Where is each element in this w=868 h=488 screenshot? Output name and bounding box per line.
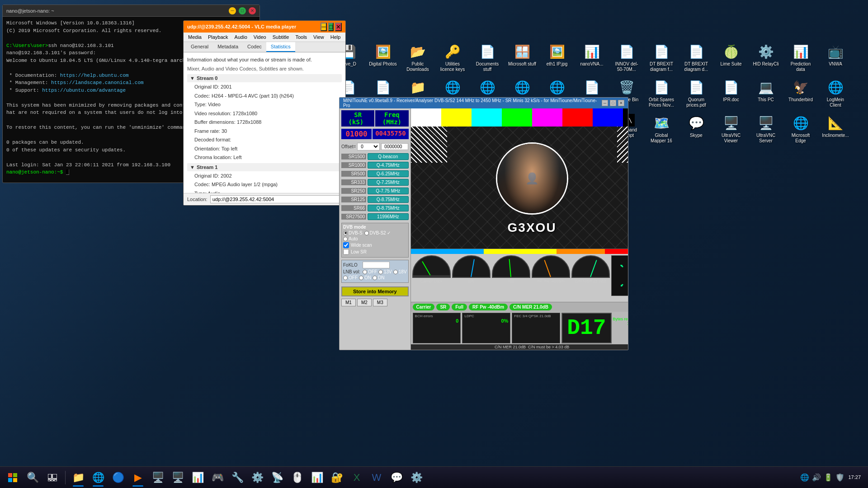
vlc-menu-view[interactable]: View bbox=[311, 33, 327, 41]
terminal-maximize-button[interactable]: □ bbox=[239, 7, 246, 14]
tone-off-radio[interactable]: OFF bbox=[343, 275, 358, 280]
vlc-menu-audio[interactable]: Audio bbox=[232, 33, 250, 41]
taskbar-excel-button[interactable]: X bbox=[348, 468, 366, 488]
vlc-location-input[interactable] bbox=[210, 195, 342, 203]
taskbar-app3-button[interactable]: 🔧 bbox=[228, 468, 246, 488]
tone-on-radio[interactable]: ON bbox=[359, 275, 371, 280]
taskbar-taskview-button[interactable] bbox=[43, 468, 61, 488]
vlc-tab-general[interactable]: General bbox=[186, 42, 213, 52]
taskbar-settings-button[interactable]: ⚙️ bbox=[407, 468, 425, 488]
desktop-icon-vnwa[interactable]: 📺 VNWA bbox=[819, 41, 852, 74]
sr-btn-q475[interactable]: Q-4.75MHz bbox=[368, 162, 409, 169]
m2-button[interactable]: M2 bbox=[357, 299, 372, 306]
taskbar-start-button[interactable] bbox=[4, 468, 22, 488]
taskbar-app5-button[interactable]: 📡 bbox=[268, 468, 286, 488]
tone-dn-radio[interactable]: DN bbox=[373, 275, 384, 280]
dvbs2-radio[interactable]: DVB-S2 ✓ bbox=[364, 230, 391, 235]
desktop-icon-documents[interactable]: 📄 Documents stuff bbox=[471, 41, 504, 74]
vlc-tab-codec[interactable]: Codec bbox=[243, 42, 266, 52]
desktop-icon-nanovna[interactable]: 📊 nanoVNA... bbox=[576, 41, 608, 74]
desktop-icon-skype[interactable]: 💬 Skype bbox=[680, 112, 712, 145]
sr-btn-q875[interactable]: Q-8.75MHz bbox=[368, 196, 409, 203]
sr-btn-q8752[interactable]: Q-8.75MHz bbox=[368, 205, 409, 211]
vlc-menu-media[interactable]: Media bbox=[185, 33, 204, 41]
terminal-minimize-button[interactable]: ─ bbox=[229, 7, 236, 14]
sr-btn-q625[interactable]: Q-6.25MHz bbox=[368, 170, 409, 177]
offset-select[interactable]: 0 bbox=[357, 143, 380, 150]
sr-btn-q775[interactable]: Q-7.75 MHz bbox=[368, 188, 409, 194]
taskbar-edge-button[interactable]: 🌐 bbox=[89, 468, 107, 488]
desktop-icon-utilities[interactable]: 🔑 Utilities licence keys bbox=[436, 41, 469, 74]
dvbs-radio[interactable]: DVB-S bbox=[343, 230, 363, 235]
taskbar-vnc-button[interactable]: 🖥️ bbox=[169, 468, 187, 488]
taskbar-putty-button[interactable]: 🖥️ bbox=[149, 468, 167, 488]
taskbar-chrome-button[interactable]: 🔵 bbox=[109, 468, 127, 488]
taskbar-app6-button[interactable]: 🖱️ bbox=[288, 468, 306, 488]
desktop-icon-prediction[interactable]: 📊 Prediction data bbox=[784, 41, 817, 74]
minitouner-maximize-button[interactable]: □ bbox=[610, 100, 616, 106]
desktop-icon-innov[interactable]: 📄 INNOV del-50-70M... bbox=[610, 41, 643, 74]
foklo-input[interactable] bbox=[363, 262, 390, 268]
vlc-maximize-button[interactable]: □ bbox=[328, 23, 334, 31]
auto-radio[interactable]: Auto bbox=[343, 236, 358, 241]
desktop-icon-public-downloads[interactable]: 📂 Public Downloads bbox=[401, 41, 434, 74]
low-sr-checkbox[interactable] bbox=[343, 249, 349, 255]
wide-scan-checkbox[interactable] bbox=[343, 242, 349, 248]
desktop-icon-global-mapper[interactable]: 🗺️ Global Mapper 16 bbox=[645, 112, 678, 145]
vlc-stream1-header[interactable]: ▼ Stream 1 bbox=[187, 163, 342, 171]
sr-btn-q725[interactable]: Q-7.25MHz bbox=[368, 179, 409, 186]
taskbar-app2-button[interactable]: 🎮 bbox=[208, 468, 226, 488]
taskbar-file-explorer-button[interactable]: 📁 bbox=[69, 468, 87, 488]
vlc-menu-tools[interactable]: Tools bbox=[292, 33, 310, 41]
terminal-close-button[interactable]: ✕ bbox=[249, 7, 256, 14]
desktop-icon-eth1[interactable]: 🖼️ eth1 IP.jpg bbox=[541, 41, 573, 74]
desktop-icon-digital-photos[interactable]: 🖼️ Digital Photos bbox=[367, 41, 399, 74]
desktop-icon-thunderbird[interactable]: 🦅 Thunderbird bbox=[784, 76, 817, 110]
desktop-icon-edge[interactable]: 🌐 Microsoft Edge bbox=[784, 112, 817, 145]
m1-button[interactable]: M1 bbox=[341, 299, 356, 306]
taskbar-vlc-button[interactable]: ▶ bbox=[129, 468, 147, 488]
desktop-icon-dt-brexit2[interactable]: 📄 DT BREXIT diagram d... bbox=[680, 41, 712, 74]
desktop-icon-this-pc[interactable]: 💻 This PC bbox=[750, 76, 782, 110]
m3-button[interactable]: M3 bbox=[373, 299, 387, 306]
vlc-stream0-header[interactable]: ▼ Stream 0 bbox=[187, 74, 342, 82]
taskbar-search-button[interactable]: 🔍 bbox=[24, 468, 42, 488]
desktop-icon-dt-brexit1[interactable]: 📄 DT BREXIT diagram f... bbox=[645, 41, 678, 74]
desktop-icon-ipr[interactable]: 📄 IPR.doc bbox=[715, 76, 747, 110]
desktop-icon-inclinometer[interactable]: 📐 Inclinomete... bbox=[819, 112, 852, 145]
taskbar-word-button[interactable]: W bbox=[368, 468, 386, 488]
desktop-icon-quorum[interactable]: 📄 Quorum prices.pdf bbox=[680, 76, 712, 110]
lnb-13v-radio[interactable]: 13V bbox=[378, 269, 392, 274]
minitouner-close-button[interactable]: ✕ bbox=[618, 100, 624, 106]
taskbar-app8-button[interactable]: 🔐 bbox=[328, 468, 346, 488]
desktop-icon-microsoft[interactable]: 🪟 Microsoft stuff bbox=[506, 41, 538, 74]
vlc-tab-metadata[interactable]: Metadata bbox=[213, 42, 243, 52]
tray-icon-network[interactable]: 🌐 bbox=[800, 473, 809, 482]
taskbar-app4-button[interactable]: ⚙️ bbox=[248, 468, 266, 488]
desktop-icon-hid-relay[interactable]: ⚙️ HID RelayCli bbox=[750, 41, 782, 74]
tray-icon-volume[interactable]: 🔊 bbox=[812, 473, 821, 482]
store-into-memory-button[interactable]: Store into Memory bbox=[341, 286, 409, 296]
vlc-menu-playback[interactable]: Playback bbox=[205, 33, 231, 41]
desktop-icon-ultravnc-viewer[interactable]: 🖥️ UltraVNC Viewer bbox=[715, 112, 747, 145]
minitouner-minimize-button[interactable]: ─ bbox=[602, 100, 608, 106]
taskbar-app9-button[interactable]: 💬 bbox=[387, 468, 406, 488]
taskbar-app7-button[interactable]: 📊 bbox=[308, 468, 326, 488]
lnb-18v-radio[interactable]: 18V bbox=[393, 269, 407, 274]
tray-icon-antivirus[interactable]: 🛡️ bbox=[835, 473, 844, 482]
desktop-icon-lime-suite[interactable]: 🍈 Lime Suite bbox=[715, 41, 747, 74]
taskbar-app1-button[interactable]: 📊 bbox=[189, 468, 207, 488]
vlc-menu-subtitle[interactable]: Subtitle bbox=[270, 33, 292, 41]
vlc-menu-help[interactable]: Help bbox=[328, 33, 344, 41]
lnb-off-radio[interactable]: OFF bbox=[363, 269, 377, 274]
desktop-icon-ultravnc-server[interactable]: 🖥️ UltraVNC Server bbox=[750, 112, 782, 145]
vlc-close-button[interactable]: ✕ bbox=[335, 23, 342, 31]
offset-value-input[interactable] bbox=[381, 143, 408, 150]
vlc-minimize-button[interactable]: ─ bbox=[321, 23, 326, 31]
vlc-menu-video[interactable]: Video bbox=[251, 33, 269, 41]
desktop-icon-orbit-spares[interactable]: 📄 Orbit Spares Prices Nov... bbox=[645, 76, 678, 110]
vlc-tab-statistics[interactable]: Statistics bbox=[266, 42, 295, 52]
sr-btn-11996[interactable]: 11996MHz bbox=[368, 213, 409, 220]
sr-btn-qbeacon[interactable]: Q-beacon bbox=[368, 153, 409, 160]
desktop-icon-logmein[interactable]: 🌐 LogMein Client bbox=[819, 76, 852, 110]
